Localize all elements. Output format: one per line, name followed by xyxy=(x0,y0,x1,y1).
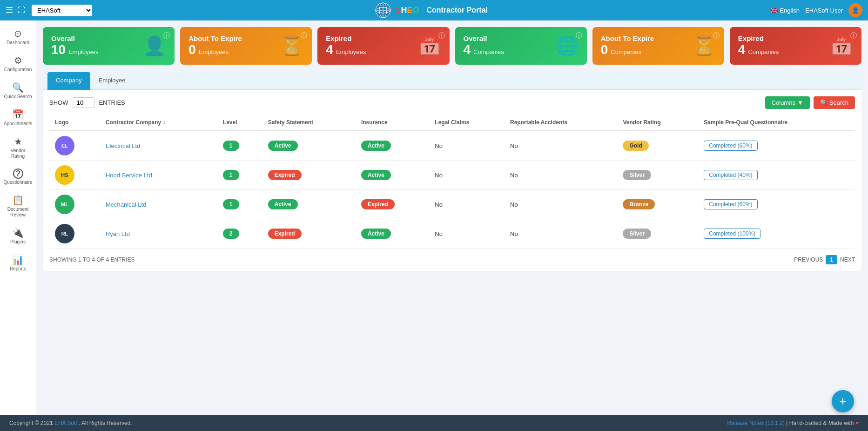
fab-add-button[interactable]: + xyxy=(832,390,854,412)
tabs-area: Company Employee SHOW ENTRIES Columns ▼ xyxy=(43,72,861,271)
table-header: Logo Contractor Company ↕ Level Safety S… xyxy=(49,114,855,131)
qual-button[interactable]: Completed (40%) xyxy=(704,170,757,180)
person-icon: 👤 xyxy=(143,35,166,57)
cell-logo: RL xyxy=(49,219,100,249)
cell-qual[interactable]: Completed (60%) xyxy=(698,131,855,161)
vendor-rating-badge: Bronze xyxy=(623,199,655,209)
card-info: Expired 4 Employees xyxy=(326,34,366,57)
col-level: Level xyxy=(217,114,262,131)
avatar[interactable]: 👤 xyxy=(848,3,862,17)
company-link[interactable]: Ryan Ltd xyxy=(106,230,130,237)
stat-cards: Overall 10 Employees 👤 ⓘ About To Expire… xyxy=(43,27,861,65)
company-link[interactable]: Electrical Ltd xyxy=(106,142,140,149)
stat-card-about-expire-employees: About To Expire 0 Employees ⏳ ⓘ xyxy=(180,27,312,65)
card-subtitle: Employees xyxy=(336,48,366,55)
page-number[interactable]: 1 xyxy=(826,255,837,264)
sidebar-item-label: Plugins xyxy=(10,239,26,245)
cell-company[interactable]: Ryan Ltd xyxy=(100,219,217,249)
cell-insurance: Active xyxy=(356,131,429,161)
company-table: Logo Contractor Company ↕ Level Safety S… xyxy=(49,114,855,249)
prev-button[interactable]: PREVIOUS xyxy=(794,256,823,263)
company-logo: HS xyxy=(55,165,74,185)
stat-card-overall-companies: Overall 4 Companies 🌐 ⓘ xyxy=(455,27,587,65)
sidebar-item-reports[interactable]: 📊 Reports xyxy=(2,250,34,276)
tab-company[interactable]: Company xyxy=(47,72,90,90)
card-count: 0 xyxy=(601,42,608,57)
level-badge: 2 xyxy=(223,229,239,239)
info-icon[interactable]: ⓘ xyxy=(576,32,582,40)
cell-accidents: No xyxy=(505,190,617,219)
stat-card-overall-employees: Overall 10 Employees 👤 ⓘ xyxy=(43,27,175,65)
sidebar-item-appointments[interactable]: 📅 Appointments xyxy=(2,105,34,130)
chevron-down-icon: ▼ xyxy=(797,99,803,106)
next-button[interactable]: NEXT xyxy=(840,256,855,263)
qual-button[interactable]: Completed (60%) xyxy=(704,199,757,209)
col-company[interactable]: Contractor Company ↕ xyxy=(100,114,217,131)
cell-company[interactable]: Electrical Ltd xyxy=(100,131,217,161)
sidebar-item-document-review[interactable]: 📋 Document Review xyxy=(2,191,34,222)
sidebar-item-quick-search[interactable]: 🔍 Quick Search xyxy=(2,78,34,103)
footer-company-link[interactable]: EHA Soft xyxy=(54,420,77,426)
cell-company[interactable]: Mechanical Ltd xyxy=(100,190,217,219)
stat-card-about-expire-companies: About To Expire 0 Companies ⏳ ⓘ xyxy=(592,27,724,65)
cell-qual[interactable]: Completed (100%) xyxy=(698,219,855,249)
globe-icon: 🌐 xyxy=(555,35,579,57)
user-name: EHASoft User xyxy=(805,7,843,14)
cell-insurance: Active xyxy=(356,161,429,190)
info-icon[interactable]: ⓘ xyxy=(713,32,720,40)
org-selector[interactable]: EHASoft xyxy=(32,5,92,16)
entries-input[interactable] xyxy=(72,97,95,108)
org-dropdown[interactable]: EHASoft xyxy=(32,5,92,16)
hamburger-menu[interactable]: ☰ xyxy=(6,5,13,15)
card-count: 4 xyxy=(326,42,333,57)
heart-icon: ♥ xyxy=(855,420,859,426)
card-title: About To Expire xyxy=(188,34,242,42)
cell-qual[interactable]: Completed (40%) xyxy=(698,161,855,190)
col-qual: Sample Pre-Qual Questionnaire xyxy=(698,114,855,131)
tab-employee[interactable]: Employee xyxy=(90,72,134,90)
release-notes-link[interactable]: Release Notes (13.1.2) xyxy=(727,420,785,426)
company-link[interactable]: Mechanical Ltd xyxy=(106,201,146,208)
safety-badge: Active xyxy=(268,199,298,209)
info-icon[interactable]: ⓘ xyxy=(438,32,445,40)
sidebar-item-configuration[interactable]: ⚙ Configuration xyxy=(2,51,34,76)
col-vendor: Vendor Rating xyxy=(617,114,698,131)
sidebar-item-label: Questionnaire xyxy=(3,180,32,185)
sort-icon: ↕ xyxy=(163,119,166,126)
info-icon[interactable]: ⓘ xyxy=(850,32,857,40)
cell-vendor-rating: Silver xyxy=(617,161,698,190)
search-button[interactable]: 🔍 Search xyxy=(814,96,855,109)
insurance-badge: Active xyxy=(361,229,391,239)
language-selector[interactable]: 🇬🇧 English xyxy=(770,7,800,14)
portal-subtitle: Contractor Portal xyxy=(426,6,488,14)
qual-button[interactable]: Completed (60%) xyxy=(704,141,757,151)
cell-company[interactable]: Hood Service Ltd xyxy=(100,161,217,190)
card-subtitle: Companies xyxy=(473,48,504,55)
sidebar-item-vendor-rating[interactable]: ★ Vendor Rating xyxy=(2,132,34,163)
card-subtitle: Employees xyxy=(199,48,229,55)
sidebar-item-dashboard[interactable]: ⊙ Dashboard xyxy=(2,24,34,49)
right-area: 🇬🇧 English EHASoft User 👤 xyxy=(770,3,862,17)
cell-logo: HS xyxy=(49,161,100,190)
calendar-icon: 📅 xyxy=(418,35,441,57)
sidebar-item-label: Quick Search xyxy=(4,94,32,100)
expand-icon[interactable]: ⛶ xyxy=(18,6,25,14)
sidebar-item-questionnaire[interactable]: ? Questionnaire xyxy=(2,165,34,189)
col-legal: Legal Claims xyxy=(429,114,505,131)
vendor-rating-badge: Silver xyxy=(623,229,651,239)
columns-button[interactable]: Columns ▼ xyxy=(765,96,810,109)
cell-legal: No xyxy=(429,131,505,161)
stat-card-expired-companies: Expired 4 Companies 📅 ⓘ xyxy=(730,27,861,65)
card-info: Expired 4 Companies xyxy=(738,34,779,57)
cell-qual[interactable]: Completed (60%) xyxy=(698,190,855,219)
card-info: Overall 10 Employees xyxy=(51,34,98,57)
level-badge: 1 xyxy=(223,141,239,151)
info-icon[interactable]: ⓘ xyxy=(301,32,307,40)
sidebar-item-plugins[interactable]: 🔌 Plugins xyxy=(2,223,34,249)
info-icon[interactable]: ⓘ xyxy=(163,32,170,40)
flag-icon: 🇬🇧 xyxy=(770,7,778,14)
qual-button[interactable]: Completed (100%) xyxy=(704,229,760,239)
table-row: ML Mechanical Ltd 1 Active Expired No No… xyxy=(49,190,855,219)
col-accidents: Reportable Accidents xyxy=(505,114,617,131)
company-link[interactable]: Hood Service Ltd xyxy=(106,172,152,179)
